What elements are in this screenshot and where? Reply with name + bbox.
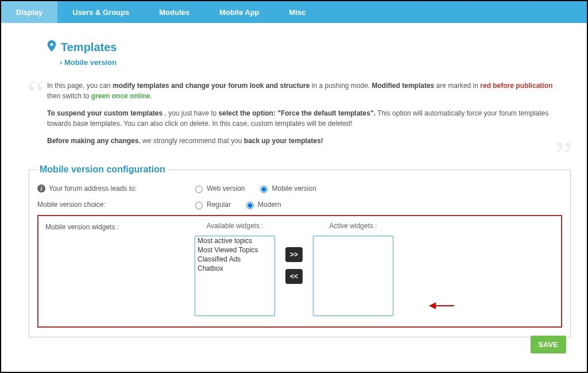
list-item[interactable]: Most active topics [195,236,274,245]
intro-text: “ In this page, you can modify templates… [18,67,581,160]
move-right-button[interactable]: >> [285,247,303,262]
page-title: Templates [61,41,117,54]
list-item[interactable]: Most Viewed Topics [195,245,274,255]
map-pin-icon [47,40,56,55]
fieldset-legend: Mobile version configuration [37,164,168,175]
radio-mobile-version[interactable]: Mobile version [257,184,316,193]
row-label: Your forum address leads to: [49,184,137,193]
available-widgets-col: Available widgets : Most active topicsMo… [195,222,275,316]
intro-red: red before publication [480,82,552,90]
tab-display[interactable]: Display [1,1,57,23]
intro-text-span: are marked in [434,82,480,90]
active-widgets-col: Active widgets : [313,222,393,316]
radio-regular[interactable]: Regular [192,200,231,209]
active-header: Active widgets : [329,222,377,230]
list-item[interactable]: Chatbox [195,264,274,273]
intro-bold: select the option: "Force the default te… [219,109,376,117]
save-button[interactable]: SAVE [531,336,566,353]
row-mobile-choice: Mobile version choice: Regular Modern [37,197,562,213]
radio-modern[interactable]: Modern [243,200,281,209]
intro-green: green once online [91,92,150,100]
intro-bold: back up your templates! [244,137,323,145]
widgets-label: Mobile version widgets : [45,222,189,231]
list-item[interactable]: Classified Ads [195,255,274,264]
move-left-button[interactable]: << [285,269,303,284]
intro-text-span: , you just have to [163,109,218,117]
mobile-config-fieldset: Mobile version configuration i Your foru… [29,164,571,337]
intro-text-span: . [150,92,152,100]
breadcrumb[interactable]: Mobile version [60,58,581,67]
available-widgets-list[interactable]: Most active topicsMost Viewed TopicsClas… [195,236,275,316]
svg-marker-1 [429,302,436,309]
intro-bold: To suspend your custom templates [47,109,163,117]
intro-text-span: in a pushing mode. [310,82,372,90]
quote-open-icon: “ [27,84,45,104]
active-widgets-list[interactable] [313,236,393,316]
intro-text-span: In this page, you can [47,82,113,90]
row-forum-address: i Your forum address leads to: Web versi… [37,180,562,197]
content-panel: Templates Mobile version “ In this page,… [18,23,581,366]
annotation-arrow-icon [429,301,454,310]
available-header: Available widgets : [206,222,263,230]
tab-modules[interactable]: Modules [144,1,204,23]
intro-bold: Before making any changes [47,137,138,145]
radio-web-version[interactable]: Web version [192,184,245,193]
intro-bold: modify templates and change your forum l… [113,82,310,90]
radio-label: Mobile version [272,184,316,193]
tab-mobile-app[interactable]: Mobile App [204,1,274,23]
intro-bold: Modified templates [372,82,435,90]
info-icon[interactable]: i [37,184,45,193]
row-label: Mobile version choice: [37,201,106,209]
quote-close-icon: ” [555,145,572,166]
radio-label: Web version [207,184,245,193]
intro-text-span: then switch to [47,92,91,100]
intro-text-span: , we strongly recommend that you [138,137,243,145]
tab-misc[interactable]: Misc [274,1,321,23]
top-nav: Display Users & Groups Modules Mobile Ap… [1,1,587,23]
page-header: Templates Mobile version [18,23,581,67]
radio-label: Modern [258,201,281,209]
tab-users-groups[interactable]: Users & Groups [57,1,144,23]
radio-label: Regular [207,201,231,209]
widgets-highlight-box: Mobile version widgets : Available widge… [37,215,562,328]
